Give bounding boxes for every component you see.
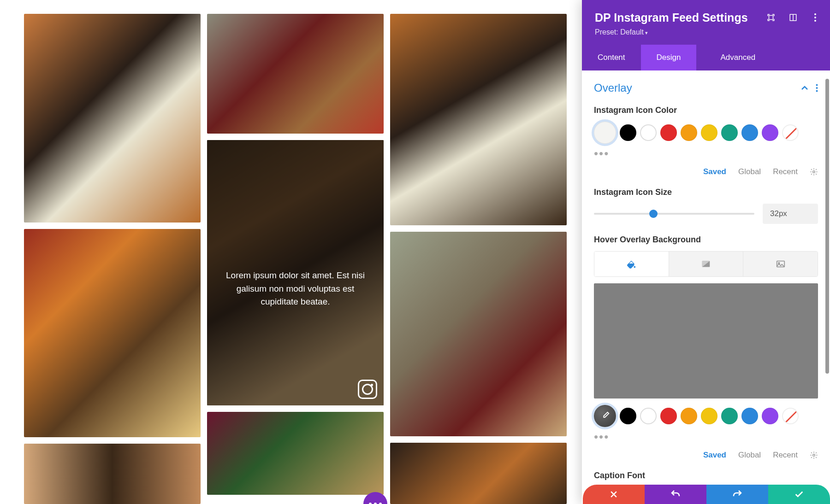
- svg-point-8: [816, 90, 818, 92]
- color-swatches: [594, 122, 818, 144]
- swatch-yellow[interactable]: [701, 124, 717, 141]
- swatch-transparent[interactable]: [640, 408, 657, 424]
- kebab-icon[interactable]: [816, 84, 818, 92]
- chevron-up-icon[interactable]: [801, 86, 808, 90]
- swatch-black[interactable]: [620, 124, 636, 141]
- swatch-orange[interactable]: [681, 408, 697, 424]
- feed-tile[interactable]: [24, 14, 201, 223]
- swatch-blue[interactable]: [741, 408, 758, 424]
- swatch-red[interactable]: [660, 408, 677, 424]
- feed-tile[interactable]: [24, 444, 201, 504]
- label-icon-size: Instagram Icon Size: [594, 188, 818, 197]
- bg-tab-color[interactable]: [594, 252, 669, 276]
- tab-design[interactable]: Design: [641, 45, 697, 70]
- hover-caption: Lorem ipsum dolor sit amet. Est nisi gal…: [207, 269, 384, 309]
- panel-body: Overlay Instagram Icon Color •••: [582, 70, 830, 504]
- panel-header: DP Instagram Feed Settings Preset: Defau…: [582, 0, 830, 45]
- size-input[interactable]: [763, 204, 818, 224]
- feed-tile[interactable]: [390, 14, 567, 225]
- svg-point-14: [813, 454, 815, 457]
- svg-point-6: [816, 84, 818, 86]
- bg-tab-image[interactable]: [743, 252, 818, 276]
- size-slider[interactable]: [594, 213, 754, 215]
- swatch-orange[interactable]: [681, 124, 697, 141]
- label-icon-color: Instagram Icon Color: [594, 105, 818, 115]
- snap-icon[interactable]: [788, 13, 798, 22]
- swatch-teal[interactable]: [721, 408, 738, 424]
- field-hover-bg: Hover Overlay Background: [582, 232, 830, 468]
- svg-point-7: [816, 87, 818, 89]
- swatch-white[interactable]: [594, 122, 616, 144]
- palette-tab-saved[interactable]: Saved: [703, 167, 726, 176]
- svg-point-3: [814, 13, 816, 15]
- palette-tab-recent[interactable]: Recent: [773, 451, 798, 460]
- svg-point-10: [634, 266, 636, 268]
- expand-icon[interactable]: [766, 13, 776, 22]
- swatch-picker[interactable]: [594, 405, 616, 427]
- feed-tile[interactable]: [207, 14, 384, 134]
- more-colors-icon[interactable]: •••: [594, 147, 818, 161]
- palette-tab-global[interactable]: Global: [738, 167, 761, 176]
- swatch-black[interactable]: [620, 408, 636, 424]
- instagram-icon[interactable]: [358, 380, 377, 399]
- gear-icon[interactable]: [810, 168, 818, 176]
- svg-rect-0: [769, 16, 773, 20]
- field-icon-color: Instagram Icon Color ••• Saved Global Re…: [582, 103, 830, 185]
- label-hover-bg: Hover Overlay Background: [594, 235, 818, 245]
- preset-selector[interactable]: Preset: Default: [595, 28, 817, 36]
- swatch-purple[interactable]: [762, 124, 778, 141]
- tab-content[interactable]: Content: [582, 45, 641, 70]
- bg-color-preview[interactable]: [594, 283, 818, 399]
- feed-tile[interactable]: [24, 229, 201, 437]
- swatch-teal[interactable]: [721, 124, 738, 141]
- swatch-red[interactable]: [660, 124, 677, 141]
- field-icon-size: Instagram Icon Size: [582, 185, 830, 232]
- svg-point-9: [813, 171, 815, 173]
- panel-footer: [583, 485, 830, 504]
- feed-tile[interactable]: [390, 232, 567, 436]
- feed-tile[interactable]: [390, 443, 567, 504]
- scrollbar[interactable]: [825, 79, 829, 374]
- settings-tabs: Content Design Advanced: [582, 45, 830, 70]
- feed-tile-hover[interactable]: Lorem ipsum dolor sit amet. Est nisi gal…: [207, 140, 384, 405]
- label-caption-font: Caption Font: [594, 471, 818, 481]
- cancel-button[interactable]: [583, 485, 645, 504]
- swatch-blue[interactable]: [741, 124, 758, 141]
- settings-panel: DP Instagram Feed Settings Preset: Defau…: [582, 0, 830, 504]
- bg-swatches: [594, 405, 818, 427]
- swatch-transparent[interactable]: [640, 124, 657, 141]
- palette-tab-recent[interactable]: Recent: [773, 167, 798, 176]
- palette-tab-saved[interactable]: Saved: [703, 451, 726, 460]
- instagram-feed-grid: Lorem ipsum dolor sit amet. Est nisi gal…: [0, 0, 581, 504]
- swatch-none[interactable]: [782, 408, 799, 424]
- redo-button[interactable]: [706, 485, 768, 504]
- svg-point-4: [814, 17, 816, 18]
- kebab-icon[interactable]: [811, 13, 820, 22]
- swatch-none[interactable]: [782, 124, 799, 141]
- save-button[interactable]: [768, 485, 830, 504]
- swatch-yellow[interactable]: [701, 408, 717, 424]
- section-overlay-title[interactable]: Overlay: [594, 82, 632, 94]
- swatch-purple[interactable]: [762, 408, 778, 424]
- more-colors-icon[interactable]: •••: [594, 430, 818, 444]
- palette-tab-global[interactable]: Global: [738, 451, 761, 460]
- feed-tile[interactable]: [207, 412, 384, 495]
- gear-icon[interactable]: [810, 451, 818, 459]
- svg-point-5: [814, 20, 816, 22]
- bg-tab-gradient[interactable]: [669, 252, 744, 276]
- undo-button[interactable]: [645, 485, 706, 504]
- tab-advanced[interactable]: Advanced: [705, 45, 771, 70]
